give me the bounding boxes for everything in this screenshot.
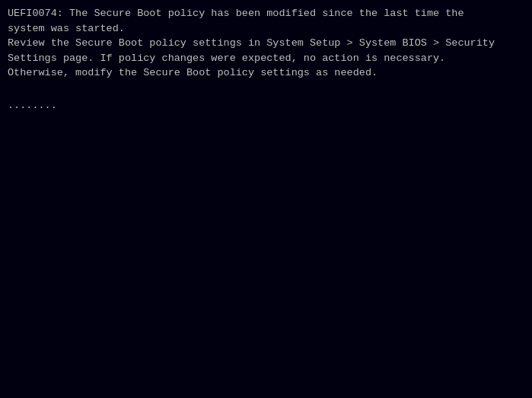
message-line-4: Settings page. If policy changes were ex… <box>8 51 524 66</box>
message-line-3: Review the Secure Boot policy settings i… <box>8 36 524 51</box>
message-line-1: UEFI0074: The Secure Boot policy has bee… <box>8 6 524 21</box>
message-line-blank <box>8 81 524 96</box>
message-line-2: system was started. <box>8 21 524 37</box>
loading-dots: ........ <box>8 98 524 113</box>
uefi-message: UEFI0074: The Secure Boot policy has bee… <box>8 6 524 113</box>
message-line-5: Otherwise, modify the Secure Boot policy… <box>8 65 524 81</box>
bios-screen: UEFI0074: The Secure Boot policy has bee… <box>0 0 532 398</box>
